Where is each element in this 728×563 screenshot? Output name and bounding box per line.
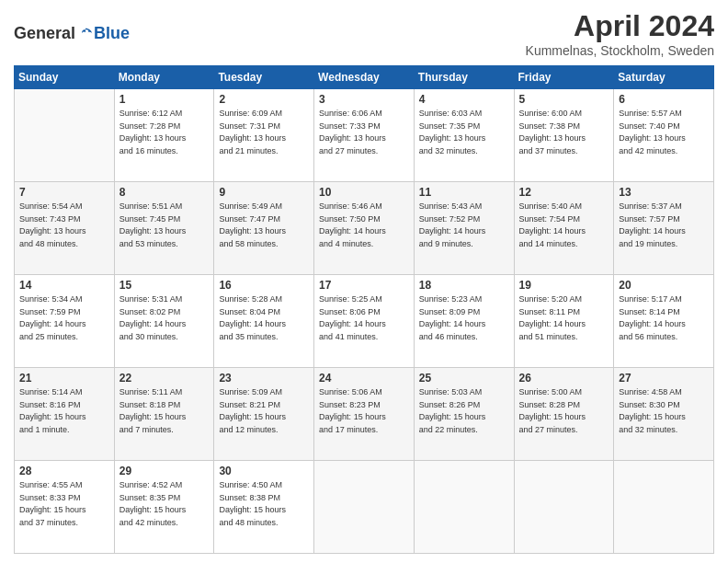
- day-info-line: Daylight: 14 hours: [319, 318, 409, 331]
- day-info-line: Sunset: 7:28 PM: [119, 121, 210, 133]
- day-info-line: Sunset: 7:47 PM: [219, 213, 309, 226]
- day-info-line: and 53 minutes.: [119, 238, 210, 251]
- day-info-line: Sunset: 7:54 PM: [519, 213, 609, 226]
- table-row: 13Sunrise: 5:37 AMSunset: 7:57 PMDayligh…: [614, 182, 714, 275]
- table-row: 27Sunrise: 4:58 AMSunset: 8:30 PMDayligh…: [614, 368, 714, 461]
- col-wednesday: Wednesday: [314, 66, 415, 89]
- table-row: 20Sunrise: 5:17 AMSunset: 8:14 PMDayligh…: [614, 275, 714, 368]
- day-info-line: Sunrise: 5:31 AM: [119, 293, 210, 306]
- day-info-line: Sunrise: 4:58 AM: [619, 386, 709, 399]
- table-row: 3Sunrise: 6:06 AMSunset: 7:33 PMDaylight…: [314, 89, 415, 182]
- day-info-line: Sunset: 7:35 PM: [419, 121, 509, 133]
- day-number: 2: [219, 93, 309, 106]
- day-info-line: Sunset: 8:14 PM: [619, 306, 709, 319]
- day-info-line: Sunset: 7:45 PM: [119, 213, 210, 226]
- day-info-line: and 21 minutes.: [219, 145, 309, 158]
- col-tuesday: Tuesday: [214, 66, 314, 89]
- day-number: 17: [319, 279, 409, 292]
- table-row: 14Sunrise: 5:34 AMSunset: 7:59 PMDayligh…: [15, 275, 115, 368]
- day-info-line: Sunrise: 6:09 AM: [219, 108, 309, 121]
- day-number: 26: [519, 372, 609, 385]
- day-info-line: Sunset: 7:40 PM: [619, 121, 709, 133]
- calendar-week-row: 1Sunrise: 6:12 AMSunset: 7:28 PMDaylight…: [15, 89, 714, 182]
- day-info-line: and 37 minutes.: [19, 517, 109, 530]
- day-info-line: Daylight: 14 hours: [19, 318, 109, 331]
- table-row: 10Sunrise: 5:46 AMSunset: 7:50 PMDayligh…: [314, 182, 415, 275]
- day-info-line: Daylight: 15 hours: [119, 411, 210, 424]
- table-row: 15Sunrise: 5:31 AMSunset: 8:02 PMDayligh…: [114, 275, 214, 368]
- table-row: 7Sunrise: 5:54 AMSunset: 7:43 PMDaylight…: [15, 182, 115, 275]
- table-row: 4Sunrise: 6:03 AMSunset: 7:35 PMDaylight…: [414, 89, 514, 182]
- day-info-line: Sunrise: 5:06 AM: [319, 386, 409, 399]
- day-info-line: Daylight: 13 hours: [19, 225, 109, 238]
- table-row: 2Sunrise: 6:09 AMSunset: 7:31 PMDaylight…: [214, 89, 314, 182]
- table-row: 16Sunrise: 5:28 AMSunset: 8:04 PMDayligh…: [214, 275, 314, 368]
- day-info-line: Daylight: 14 hours: [619, 225, 709, 238]
- table-row: 6Sunrise: 5:57 AMSunset: 7:40 PMDaylight…: [614, 89, 714, 182]
- day-number: 16: [219, 279, 309, 292]
- day-info-line: and 35 minutes.: [219, 331, 309, 344]
- day-info-line: Sunset: 7:33 PM: [319, 121, 409, 133]
- table-row: 8Sunrise: 5:51 AMSunset: 7:45 PMDaylight…: [114, 182, 214, 275]
- day-info-line: Sunrise: 5:40 AM: [519, 201, 609, 213]
- day-number: 6: [619, 93, 709, 106]
- day-number: 13: [619, 186, 709, 199]
- day-info-line: Daylight: 14 hours: [419, 318, 509, 331]
- day-info-line: Sunrise: 5:34 AM: [19, 293, 109, 306]
- day-info-line: and 32 minutes.: [619, 424, 709, 437]
- day-number: 10: [319, 186, 409, 199]
- day-info-line: Daylight: 13 hours: [319, 132, 409, 145]
- logo-general: General: [14, 24, 75, 43]
- day-info-line: Sunset: 8:09 PM: [419, 306, 509, 319]
- day-info-line: Daylight: 15 hours: [19, 411, 109, 424]
- col-sunday: Sunday: [15, 66, 115, 89]
- calendar-week-row: 14Sunrise: 5:34 AMSunset: 7:59 PMDayligh…: [15, 275, 714, 368]
- day-info-line: and 37 minutes.: [519, 145, 609, 158]
- day-info-line: Sunset: 8:33 PM: [19, 492, 109, 505]
- day-info-line: Sunrise: 5:14 AM: [19, 386, 109, 399]
- day-info-line: Sunset: 8:26 PM: [419, 399, 509, 412]
- day-info-line: Sunrise: 5:00 AM: [519, 386, 609, 399]
- day-info-line: and 48 minutes.: [19, 238, 109, 251]
- day-info-line: Daylight: 14 hours: [119, 318, 210, 331]
- day-info-line: and 12 minutes.: [219, 424, 309, 437]
- calendar-header-row: Sunday Monday Tuesday Wednesday Thursday…: [15, 66, 714, 89]
- month-title: April 2024: [526, 9, 714, 43]
- table-row: [15, 89, 115, 182]
- day-number: 14: [19, 279, 109, 292]
- day-number: 24: [319, 372, 409, 385]
- table-row: 22Sunrise: 5:11 AMSunset: 8:18 PMDayligh…: [114, 368, 214, 461]
- day-info-line: Sunset: 7:57 PM: [619, 213, 709, 226]
- day-info-line: and 46 minutes.: [419, 331, 509, 344]
- table-row: 5Sunrise: 6:00 AMSunset: 7:38 PMDaylight…: [514, 89, 614, 182]
- day-info-line: and 42 minutes.: [119, 517, 210, 530]
- calendar-table: Sunday Monday Tuesday Wednesday Thursday…: [14, 65, 714, 554]
- day-number: 12: [519, 186, 609, 199]
- day-info-line: Daylight: 14 hours: [519, 318, 609, 331]
- col-friday: Friday: [514, 66, 614, 89]
- day-info-line: Sunrise: 4:55 AM: [19, 479, 109, 492]
- table-row: [314, 461, 415, 554]
- day-info-line: and 1 minute.: [19, 424, 109, 437]
- day-number: 20: [619, 279, 709, 292]
- day-info-line: and 4 minutes.: [319, 238, 409, 251]
- day-info-line: Sunrise: 6:12 AM: [119, 108, 210, 121]
- page: General Blue April 2024 Kummelnas, Stock…: [0, 0, 728, 563]
- day-number: 4: [419, 93, 509, 106]
- day-info-line: Sunset: 7:38 PM: [519, 121, 609, 133]
- day-number: 3: [319, 93, 409, 106]
- table-row: 28Sunrise: 4:55 AMSunset: 8:33 PMDayligh…: [15, 461, 115, 554]
- day-info-line: Daylight: 15 hours: [419, 411, 509, 424]
- logo: General Blue: [14, 24, 130, 43]
- day-info-line: Sunset: 8:23 PM: [319, 399, 409, 412]
- day-info-line: Daylight: 13 hours: [219, 132, 309, 145]
- table-row: [514, 461, 614, 554]
- day-info-line: Sunrise: 6:00 AM: [519, 108, 609, 121]
- day-number: 5: [519, 93, 609, 106]
- day-info-line: Sunset: 8:30 PM: [619, 399, 709, 412]
- header: General Blue April 2024 Kummelnas, Stock…: [14, 9, 714, 58]
- day-info-line: Sunset: 8:02 PM: [119, 306, 210, 319]
- table-row: 24Sunrise: 5:06 AMSunset: 8:23 PMDayligh…: [314, 368, 415, 461]
- col-thursday: Thursday: [414, 66, 514, 89]
- title-block: April 2024 Kummelnas, Stockholm, Sweden: [526, 9, 714, 58]
